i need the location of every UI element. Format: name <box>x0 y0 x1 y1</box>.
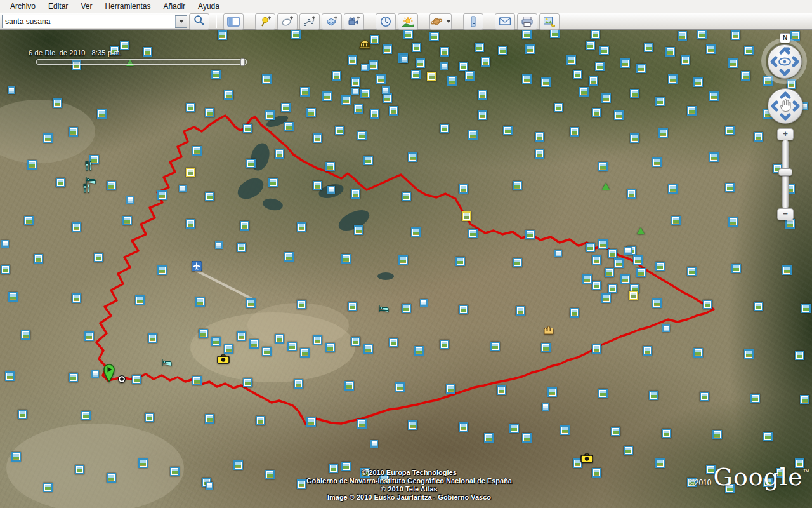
photo-icon[interactable] <box>601 93 611 103</box>
photo-icon[interactable] <box>218 30 227 40</box>
photo-icon[interactable] <box>592 255 601 265</box>
photo-icon[interactable] <box>43 133 53 143</box>
photo-icon[interactable] <box>608 249 617 258</box>
photo-icon[interactable] <box>27 160 37 170</box>
photo-icon[interactable] <box>145 413 154 422</box>
photo-icon[interactable] <box>284 252 294 262</box>
zoom-out-button[interactable]: − <box>777 208 794 220</box>
photo-icon[interactable] <box>351 77 360 87</box>
photo-icon[interactable] <box>579 87 589 97</box>
photo-icon[interactable] <box>211 70 221 79</box>
photo-icon[interactable] <box>547 387 557 397</box>
photo-icon[interactable] <box>135 295 145 305</box>
photo-icon[interactable] <box>322 91 332 101</box>
photo-small-icon[interactable] <box>1 240 9 248</box>
lodging-icon[interactable] <box>378 305 390 312</box>
photo-icon[interactable] <box>341 254 351 264</box>
photo-small-icon[interactable] <box>327 186 335 194</box>
photo-icon[interactable] <box>566 55 576 65</box>
photo-icon[interactable] <box>592 344 601 354</box>
photo-icon[interactable] <box>459 62 468 71</box>
photo-icon[interactable] <box>192 146 202 156</box>
photo-icon[interactable] <box>363 156 373 165</box>
photo-yellow-icon[interactable] <box>462 211 471 221</box>
photo-icon[interactable] <box>360 89 370 98</box>
photo-icon[interactable] <box>513 258 522 267</box>
time-slider-handle[interactable] <box>240 58 245 66</box>
tour-start-placemark-icon[interactable] <box>102 363 116 382</box>
photo-icon[interactable] <box>703 300 712 309</box>
photo-icon[interactable] <box>655 97 665 106</box>
photo-icon[interactable] <box>709 91 719 101</box>
photo-icon[interactable] <box>560 425 570 435</box>
photo-icon[interactable] <box>408 420 417 430</box>
photo-icon[interactable] <box>513 181 522 190</box>
map-viewport[interactable]: 6 de Dic. de 2010 8:35 p.m. © 2010 Europ… <box>0 30 812 508</box>
menu-anadir[interactable]: Añadir <box>157 1 192 12</box>
photo-icon[interactable] <box>662 429 671 438</box>
photo-icon[interactable] <box>503 126 513 135</box>
add-image-overlay-button[interactable] <box>322 13 342 30</box>
photo-icon[interactable] <box>416 58 425 68</box>
photo-icon[interactable] <box>636 268 646 277</box>
photo-yellow-icon[interactable] <box>186 168 195 177</box>
lodging-icon[interactable] <box>161 359 173 366</box>
photo-icon[interactable] <box>357 131 367 140</box>
photo-icon[interactable] <box>478 90 487 100</box>
photo-small-icon[interactable] <box>8 86 15 94</box>
photo-icon[interactable] <box>24 216 34 225</box>
photo-icon[interactable] <box>706 44 716 54</box>
photo-icon[interactable] <box>652 298 662 308</box>
photo-icon[interactable] <box>389 106 398 116</box>
photo-icon[interactable] <box>351 337 360 346</box>
add-placemark-button[interactable] <box>255 13 275 30</box>
photo-icon[interactable] <box>205 108 214 117</box>
photo-icon[interactable] <box>21 330 30 340</box>
photo-icon[interactable] <box>5 371 15 381</box>
photo-icon[interactable] <box>516 306 525 316</box>
photo-icon[interactable] <box>535 149 544 159</box>
photo-icon[interactable] <box>620 58 630 68</box>
photo-icon[interactable] <box>383 44 392 54</box>
photo-icon[interactable] <box>795 351 804 360</box>
photo-icon[interactable] <box>440 340 449 349</box>
photo-icon[interactable] <box>300 348 310 358</box>
photo-icon[interactable] <box>592 281 601 290</box>
photo-icon[interactable] <box>43 483 53 492</box>
photo-icon[interactable] <box>712 430 722 439</box>
menu-editar[interactable]: Editar <box>42 1 74 12</box>
photo-small-icon[interactable] <box>126 196 134 204</box>
photo-icon[interactable] <box>72 293 81 303</box>
photo-icon[interactable] <box>633 255 643 265</box>
photo-icon[interactable] <box>782 265 792 275</box>
photo-icon[interactable] <box>620 274 630 284</box>
photo-icon[interactable] <box>414 346 424 356</box>
zoom-in-button[interactable]: + <box>777 128 794 140</box>
photo-icon[interactable] <box>402 304 411 313</box>
sunlight-button[interactable] <box>398 13 418 30</box>
photo-icon[interactable] <box>541 343 551 352</box>
photo-icon[interactable] <box>665 47 675 57</box>
castle-icon[interactable] <box>543 325 554 335</box>
record-tour-button[interactable] <box>344 13 364 30</box>
photo-icon[interactable] <box>693 77 703 87</box>
photo-icon[interactable] <box>570 308 579 318</box>
photo-icon[interactable] <box>348 55 357 65</box>
photo-icon[interactable] <box>344 381 354 391</box>
photo-icon[interactable] <box>240 221 249 231</box>
photo-icon[interactable] <box>644 43 653 52</box>
photo-icon[interactable] <box>370 35 379 44</box>
photo-icon[interactable] <box>335 126 344 135</box>
photo-icon[interactable] <box>429 32 439 41</box>
photo-icon[interactable] <box>591 30 600 39</box>
photo-icon[interactable] <box>205 192 214 201</box>
photo-icon[interactable] <box>348 302 357 311</box>
photo-icon[interactable] <box>256 416 265 425</box>
lodging-icon[interactable] <box>85 177 96 184</box>
ruler-button[interactable] <box>463 13 483 30</box>
north-indicator[interactable]: N <box>780 33 790 43</box>
photo-icon[interactable] <box>440 124 449 133</box>
photo-icon[interactable] <box>306 108 316 117</box>
photo-icon[interactable] <box>785 219 795 229</box>
photo-icon[interactable] <box>678 31 687 41</box>
